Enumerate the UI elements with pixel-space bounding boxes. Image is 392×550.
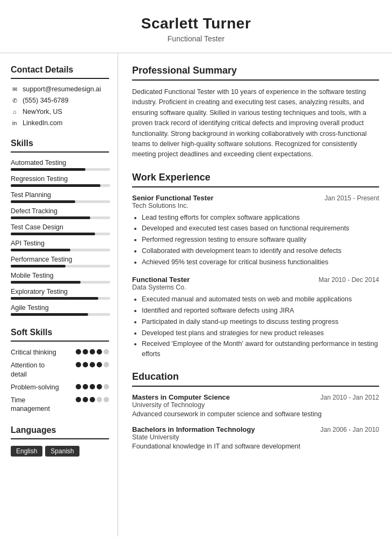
job-bullet: Participated in daily stand-up meetings … xyxy=(142,317,379,327)
job-title: Functional Tester xyxy=(132,276,190,284)
edu-date: Jan 2010 - Jan 2012 xyxy=(321,394,379,401)
soft-skill-name: Time management xyxy=(11,396,62,414)
skill-item: Performance Testing xyxy=(11,256,109,267)
skill-item: Automated Testing xyxy=(11,159,109,171)
edu-entry: Bachelors in Information Technology Jan … xyxy=(132,425,379,450)
contact-text: support@resumedesign.ai xyxy=(23,85,101,93)
skill-bar-bg xyxy=(11,297,110,300)
skill-bar-bg xyxy=(11,281,110,284)
skill-bar-bg xyxy=(11,249,110,251)
contact-text: NewYork, US xyxy=(23,108,62,115)
skill-bar-bg xyxy=(11,184,110,187)
summary-section: Professional Summary Dedicated Functiona… xyxy=(132,65,379,160)
edu-header: Masters in Computer Science Jan 2010 - J… xyxy=(132,393,379,401)
dot xyxy=(90,362,95,367)
soft-skills-heading: Soft Skills xyxy=(11,328,109,337)
edu-header: Bachelors in Information Technology Jan … xyxy=(132,425,379,433)
contact-list: ✉support@resumedesign.ai✆(555) 345-6789⌂… xyxy=(11,85,109,127)
skills-heading: Skills xyxy=(11,139,109,148)
contact-item: ✉support@resumedesign.ai xyxy=(11,85,109,93)
candidate-title: Functional Tester xyxy=(11,34,381,43)
experience-heading: Work Experience xyxy=(132,172,379,183)
skill-bar-fill xyxy=(11,184,100,187)
soft-skill-item: Attention to detail xyxy=(11,361,109,379)
job-bullets: Executed manual and automated tests on w… xyxy=(132,294,379,359)
edu-desc: Foundational knowledge in IT and softwar… xyxy=(132,443,379,450)
dot xyxy=(90,349,95,354)
edu-entry: Masters in Computer Science Jan 2010 - J… xyxy=(132,393,379,418)
summary-divider xyxy=(132,79,379,81)
contact-item: inLinkedIn.com xyxy=(11,119,109,127)
skill-item: Mobile Testing xyxy=(11,272,109,284)
skill-item: Defect Tracking xyxy=(11,207,109,219)
soft-skill-item: Critical thinking xyxy=(11,348,109,357)
job-bullet: Identified and reported software defects… xyxy=(142,306,379,316)
education-divider xyxy=(132,386,379,387)
edu-degree: Masters in Computer Science xyxy=(132,393,230,401)
dot xyxy=(104,362,109,367)
skill-item: Agile Testing xyxy=(11,304,109,316)
job-bullet: Developed and executed test cases based … xyxy=(142,223,379,234)
content-area: Professional Summary Dedicated Functiona… xyxy=(118,53,392,537)
dot xyxy=(90,397,95,402)
job-company: Tech Solutions Inc. xyxy=(132,202,379,209)
dot xyxy=(90,384,95,389)
contact-text: (555) 345-6789 xyxy=(23,97,68,104)
skill-name: Exploratory Testing xyxy=(11,288,109,295)
contact-icon: ⌂ xyxy=(11,108,18,115)
skill-bar-bg xyxy=(11,200,110,203)
job-date: Jan 2015 - Present xyxy=(325,194,379,202)
job-date: Mar 2010 - Dec 2014 xyxy=(318,276,379,284)
contact-section: Contact Details ✉support@resumedesign.ai… xyxy=(11,65,109,127)
skill-bar-fill xyxy=(11,297,98,300)
dots-container xyxy=(76,383,109,389)
edu-school: State University xyxy=(132,433,379,441)
dot xyxy=(83,362,88,367)
skill-bar-bg xyxy=(11,313,110,316)
skill-name: Test Case Design xyxy=(11,223,109,231)
dot xyxy=(104,349,109,354)
contact-item: ✆(555) 345-6789 xyxy=(11,97,109,104)
skill-bar-bg xyxy=(11,233,110,235)
soft-skill-item: Problem-solving xyxy=(11,383,109,392)
skill-name: API Testing xyxy=(11,240,109,247)
skill-item: Exploratory Testing xyxy=(11,288,109,300)
soft-skill-item: Time management xyxy=(11,396,109,414)
dot xyxy=(83,384,88,389)
skill-item: API Testing xyxy=(11,240,109,251)
contact-icon: ✉ xyxy=(11,86,18,93)
dots-container xyxy=(76,348,109,354)
job-bullet: Performed regression testing to ensure s… xyxy=(142,235,379,245)
edu-school: University of Technology xyxy=(132,401,379,409)
dots-container xyxy=(76,361,109,367)
skill-name: Test Planning xyxy=(11,191,109,199)
contact-icon: ✆ xyxy=(11,97,18,104)
experience-section: Work Experience Senior Functional Tester… xyxy=(132,172,379,359)
education-section: Education Masters in Computer Science Ja… xyxy=(132,371,379,450)
skill-name: Automated Testing xyxy=(11,159,109,167)
soft-skills-divider xyxy=(11,341,109,342)
skill-name: Mobile Testing xyxy=(11,272,109,279)
skill-bar-fill xyxy=(11,200,75,203)
dot xyxy=(97,397,102,402)
skill-name: Agile Testing xyxy=(11,304,109,312)
contact-heading: Contact Details xyxy=(11,65,109,75)
skill-bar-fill xyxy=(11,265,66,267)
skills-list: Automated Testing Regression Testing Tes… xyxy=(11,159,109,316)
soft-skills-list: Critical thinkingAttention to detailProb… xyxy=(11,348,109,414)
skill-bar-bg xyxy=(11,168,110,171)
skill-bar-fill xyxy=(11,233,95,235)
education-list: Masters in Computer Science Jan 2010 - J… xyxy=(132,393,379,450)
candidate-name: Scarlett Turner xyxy=(11,15,381,32)
soft-skill-name: Critical thinking xyxy=(11,348,56,357)
jobs-list: Senior Functional Tester Jan 2015 - Pres… xyxy=(132,194,379,359)
dot xyxy=(83,349,88,354)
skills-section: Skills Automated Testing Regression Test… xyxy=(11,139,109,316)
skill-name: Performance Testing xyxy=(11,256,109,263)
skill-item: Test Planning xyxy=(11,191,109,203)
job-entry: Functional Tester Mar 2010 - Dec 2014 Da… xyxy=(132,276,379,359)
dot xyxy=(83,397,88,402)
job-bullet: Collaborated with development team to id… xyxy=(142,246,379,256)
skill-item: Test Case Design xyxy=(11,223,109,235)
skill-bar-fill xyxy=(11,281,81,284)
